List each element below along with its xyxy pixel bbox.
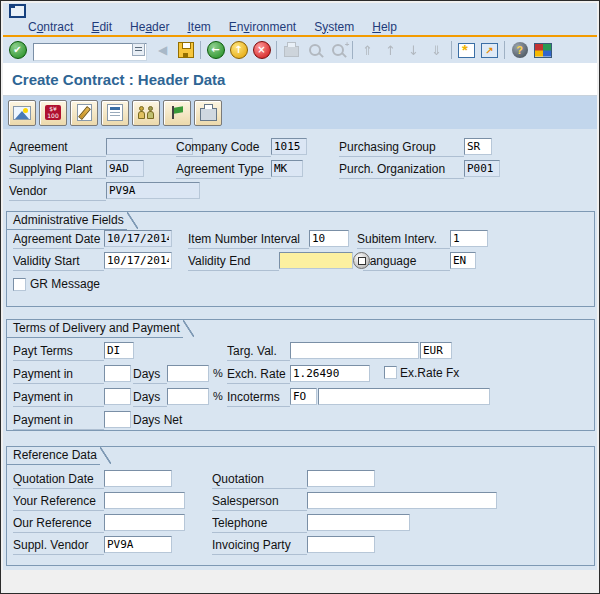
payment-in-3-label: Payment in — [13, 413, 104, 430]
texts-button[interactable] — [101, 100, 129, 126]
back-button[interactable]: ← — [204, 40, 227, 61]
menu-item-header[interactable]: Header — [121, 19, 178, 35]
vendor-label: Vendor — [9, 184, 106, 201]
salesperson-field[interactable] — [307, 492, 497, 509]
payment-in-1-percent-field[interactable] — [167, 365, 209, 382]
sap-window: ContractEditHeaderItemEnvironmentSystemH… — [0, 0, 600, 594]
save-button[interactable] — [174, 40, 197, 61]
gr-message-checkbox[interactable] — [13, 278, 26, 291]
ex-rate-fx-checkbox[interactable] — [384, 366, 397, 379]
your-reference-field[interactable] — [104, 492, 185, 509]
find-next-icon — [332, 44, 344, 56]
customize-layout-button[interactable] — [531, 40, 554, 61]
cancel-button[interactable]: × — [250, 40, 273, 61]
payt-terms-label: Payt Terms — [13, 344, 104, 361]
purchasing-group-field[interactable] — [464, 138, 492, 155]
back-field-button[interactable]: ◀ — [151, 40, 174, 61]
incoterms-text-field[interactable] — [318, 388, 490, 405]
texts-icon — [107, 104, 123, 121]
payment-in-3-days-field[interactable] — [104, 411, 131, 428]
edit-button[interactable] — [70, 100, 98, 126]
toolbar-separator — [200, 41, 201, 59]
menu-item-edit[interactable]: Edit — [82, 19, 121, 35]
purchasing-group-label: Purchasing Group — [339, 140, 464, 157]
targ-val-field[interactable] — [290, 342, 419, 359]
payt-terms-field[interactable] — [104, 342, 134, 359]
agreement-date-label: Agreement Date — [13, 232, 104, 249]
reference-data-group: Reference Data Quotation Date Quotation … — [6, 446, 595, 566]
company-code-label: Company Code — [176, 140, 271, 157]
save-icon — [178, 42, 194, 58]
value-help-icon[interactable] — [353, 252, 370, 269]
validity-end-label: Validity End — [188, 254, 279, 271]
system-menu-icon[interactable] — [9, 4, 26, 18]
toolbar-separator — [352, 41, 353, 59]
toolbar-separator — [451, 41, 452, 59]
days-net-label: Days Net — [133, 413, 182, 429]
menu-item-system[interactable]: System — [305, 19, 363, 35]
agreement-type-field — [271, 160, 303, 177]
print-button — [280, 40, 303, 61]
command-history-icon[interactable] — [132, 43, 145, 56]
quotation-field[interactable] — [307, 470, 375, 487]
conditions-button[interactable] — [39, 100, 67, 126]
validity-end-field[interactable] — [279, 252, 353, 269]
release-button[interactable] — [163, 100, 191, 126]
purch-organization-field — [464, 160, 500, 177]
menu-item-help[interactable]: Help — [363, 19, 406, 35]
partners-icon — [138, 106, 155, 120]
days-1-label: Days — [133, 367, 167, 384]
command-field[interactable] — [33, 43, 147, 61]
enter-button[interactable]: ✔ — [6, 40, 29, 61]
percent-2-sign: % — [213, 390, 223, 402]
exit-button[interactable]: ↑ — [227, 40, 250, 61]
menu-item-contract[interactable]: Contract — [19, 19, 82, 35]
item-number-interval-field[interactable] — [309, 230, 349, 247]
payment-in-2-label: Payment in — [13, 390, 104, 407]
salesperson-label: Salesperson — [212, 494, 307, 511]
payment-in-2-percent-field[interactable] — [167, 388, 209, 405]
menu-item-item[interactable]: Item — [178, 19, 219, 35]
our-reference-field[interactable] — [104, 514, 185, 531]
back-field-icon: ◀ — [158, 43, 167, 57]
picture-button[interactable] — [8, 100, 36, 126]
validity-start-field[interactable] — [104, 252, 172, 269]
help-button[interactable] — [508, 40, 531, 61]
command-field-wrap — [33, 41, 147, 59]
targ-val-currency-field[interactable] — [420, 342, 452, 359]
menu-item-environment[interactable]: Environment — [220, 19, 305, 35]
toolbar-separator — [504, 41, 505, 59]
quotation-date-field[interactable] — [104, 470, 172, 487]
terms-tab: Terms of Delivery and Payment — [7, 320, 183, 338]
language-field[interactable] — [450, 252, 476, 269]
supplying-plant-label: Supplying Plant — [9, 162, 106, 179]
purch-organization-label: Purch. Organization — [339, 162, 464, 179]
shortcut-button[interactable] — [478, 40, 501, 61]
administrative-fields-group: Administrative Fields Agreement Date Ite… — [6, 211, 595, 307]
cancel-icon: × — [253, 41, 271, 59]
first-page-button: ⇑ — [356, 40, 379, 61]
payment-in-2-days-field[interactable] — [104, 388, 131, 405]
supplying-plant-field — [106, 160, 144, 177]
exch-rate-field[interactable] — [290, 365, 370, 382]
new-session-button[interactable] — [455, 40, 478, 61]
next-page-button: ↓ — [402, 40, 425, 61]
first-page-icon: ⇑ — [362, 43, 373, 58]
edit-icon — [77, 104, 92, 121]
previous-page-button: ↑ — [379, 40, 402, 61]
payment-in-1-days-field[interactable] — [104, 365, 131, 382]
agreement-type-label: Agreement Type — [176, 162, 271, 179]
last-page-button: ⇓ — [425, 40, 448, 61]
telephone-field[interactable] — [307, 514, 410, 531]
release-flag-icon — [169, 105, 185, 120]
exit-icon: ↑ — [230, 41, 248, 59]
subitem-interval-field[interactable] — [450, 230, 488, 247]
shortcut-icon — [481, 43, 498, 58]
partners-button[interactable] — [132, 100, 160, 126]
print-preview-button[interactable] — [194, 100, 222, 126]
your-reference-label: Your Reference — [13, 494, 104, 511]
gr-message-label: GR Message — [30, 277, 100, 293]
invoicing-party-field[interactable] — [307, 536, 375, 553]
incoterms-field[interactable] — [290, 388, 317, 405]
suppl-vendor-field[interactable] — [104, 536, 172, 553]
